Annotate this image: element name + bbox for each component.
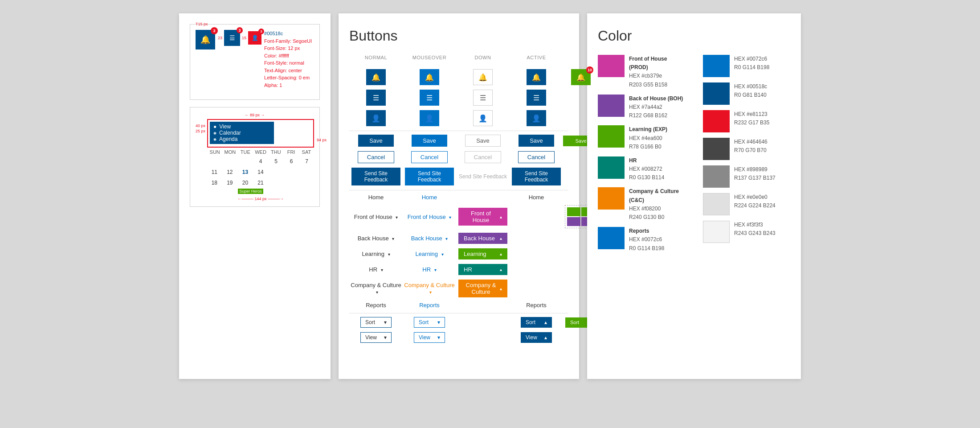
cnc-mouseover-cell: Company & Culture ▾: [403, 282, 456, 295]
bell-active-btn[interactable]: 🔔: [527, 69, 546, 85]
color-info-cnc: Company & Culture (C&C) HEX #f08200 R240…: [629, 187, 685, 222]
color-entry-learning: Learning (EXP) HEX #4ea600 R78 G166 B0: [598, 125, 685, 151]
boh-mouseover-cell: Back House ▾: [403, 235, 456, 242]
cal-dropdown[interactable]: ●View ◉Calendar ◉Agenda: [210, 122, 274, 144]
person-mouseover-cell: 👤: [403, 110, 456, 126]
save-mouseover-btn[interactable]: Save: [412, 135, 447, 147]
view-normal-btn[interactable]: View ▾: [360, 332, 392, 343]
color-swatch-learning: [598, 125, 625, 148]
cancel-active-btn[interactable]: Cancel: [518, 151, 555, 163]
feedback-mouseover-cell: Send Site Feedback: [403, 168, 456, 185]
color-entry-red: HEX #e81123 R232 G17 B35: [703, 110, 790, 132]
cancel-down-btn[interactable]: Cancel: [465, 151, 501, 163]
cancel-mouseover-cell: Cancel: [403, 151, 456, 163]
left-panel: 🔔 3 T15 px 23 ☰ 3 15 👤: [179, 13, 331, 379]
bell-down-btn[interactable]: 🔔: [473, 69, 493, 85]
hr-down-label: HR ▴: [458, 264, 507, 275]
right-panel: Color Front of House (PROD) HEX #cb379e …: [587, 13, 801, 379]
menu-normal-btn[interactable]: ☰: [366, 90, 386, 106]
menu-down-btn[interactable]: ☰: [473, 90, 493, 106]
cal-header: SUNMONTUE WEDTHUFRI SAT: [207, 149, 314, 155]
states-header: NORMAL MOUSEOVER DOWN ACTIVE: [349, 55, 568, 64]
state-active: ACTIVE: [510, 55, 563, 60]
bell-icon-row: 🔔 🔔 🔔 🔔 🔔 10: [349, 69, 568, 85]
color-entry-darkblue: HEX #00518c R0 G81 B140: [703, 82, 790, 105]
person-active-btn[interactable]: 👤: [527, 110, 546, 126]
color-entry-lightgray: HEX #e0e0e0 R224 G224 B224: [703, 193, 790, 215]
reports-row: Reports Reports Reports: [349, 302, 568, 309]
menu-mouseover-btn[interactable]: ☰: [420, 90, 439, 106]
learning-mouseover-cell: Learning ▾: [403, 251, 456, 257]
menu-icon-left: ☰: [229, 34, 235, 41]
color-swatch-hr: [598, 156, 625, 179]
save-normal-btn[interactable]: Save: [358, 135, 394, 147]
feedback-mouseover-btn[interactable]: Send Site Feedback: [405, 168, 454, 185]
home-row: Home Home Home: [349, 194, 568, 201]
icon-row: 🔔 3 T15 px 23 ☰ 3 15 👤: [196, 30, 314, 89]
state-normal: NORMAL: [349, 55, 403, 60]
menu-down-cell: ☰: [456, 90, 510, 106]
sort-normal-btn[interactable]: Sort ▾: [360, 317, 392, 328]
bell-mouseover-cell: 🔔: [403, 69, 456, 85]
person-down-btn[interactable]: 👤: [473, 110, 493, 126]
color-info-midgray: HEX #898989 R137 G137 B137: [734, 165, 776, 182]
color-swatch-darkblue: [703, 82, 730, 105]
cal-agenda-option: ◉Agenda: [213, 136, 270, 142]
feedback-active-btn[interactable]: Send Site Feedback: [512, 168, 561, 185]
color-swatch-red: [703, 110, 730, 132]
person-mouseover-btn[interactable]: 👤: [420, 110, 439, 126]
color-entry-foh: Front of House (PROD) HEX #cb379e R203 G…: [598, 55, 685, 89]
person-icon-left: 👤: [252, 35, 258, 41]
view-active-cell: View ▴: [510, 332, 563, 343]
dim-94px: 94 px: [317, 138, 327, 142]
color-entry-boh: Back of House (BOH) HEX #7a44a2 R122 G68…: [598, 95, 685, 120]
sort-active-btn[interactable]: Sort ▴: [521, 317, 552, 328]
person-normal-btn[interactable]: 👤: [366, 110, 386, 126]
bell-mouseover-btn[interactable]: 🔔: [420, 69, 439, 85]
save-active-btn[interactable]: Save: [519, 135, 554, 147]
color-info-reports: Reports HEX #0072c6 R0 G114 B198: [629, 227, 664, 253]
home-active-cell: Home: [510, 194, 563, 201]
color-swatch-midgray: [703, 165, 730, 188]
feedback-normal-btn[interactable]: Send Site Feedback: [351, 168, 400, 185]
save-down-btn[interactable]: Save: [465, 135, 501, 147]
feedback-row: Send Site Feedback Send Site Feedback Se…: [349, 168, 568, 185]
hr-normal-label: HR ▾: [369, 266, 383, 273]
bell-normal-btn[interactable]: 🔔: [366, 69, 386, 85]
dim-23: 23: [218, 36, 222, 40]
cancel-normal-btn[interactable]: Cancel: [358, 151, 394, 163]
dim-144px: ←——— 144 px ———→: [207, 197, 314, 201]
feedback-active-cell: Send Site Feedback: [510, 168, 563, 185]
cal-main: ●View ◉Calendar ◉Agenda 94 px SUNMO: [207, 119, 314, 201]
bell-down-cell: 🔔: [456, 69, 510, 85]
color-section-right: HEX #0072c6 R0 G114 B198 HEX #00518c R0 …: [703, 55, 790, 253]
color-swatch-foh: [598, 55, 625, 77]
save-mouseover-cell: Save: [403, 135, 456, 147]
sort-mouseover-btn[interactable]: Sort ▾: [414, 317, 445, 328]
color-entry-cnc: Company & Culture (C&C) HEX #f08200 R240…: [598, 187, 685, 222]
learning-mouseover-label: Learning ▾: [415, 251, 443, 257]
view-active-btn[interactable]: View ▴: [521, 332, 552, 343]
feedback-normal-cell: Send Site Feedback: [349, 168, 403, 185]
view-mouseover-cell: View ▾: [403, 332, 456, 343]
color-info-darkgray: HEX #464646 R70 G70 B70: [734, 138, 768, 155]
bell-active-cell: 🔔: [510, 69, 563, 85]
person-normal-cell: 👤: [349, 110, 403, 126]
color-swatch-cnc: [598, 187, 625, 210]
view-mouseover-btn[interactable]: View ▾: [414, 332, 445, 343]
color-swatch-nearwhite: [703, 221, 730, 243]
sep-2: [349, 190, 568, 190]
sort-active-cell: Sort ▴: [510, 317, 563, 328]
foh-down-cell: Front of House ▴: [456, 208, 510, 226]
cancel-mouseover-btn[interactable]: Cancel: [411, 151, 448, 163]
cnc-mouseover-label: Company & Culture ▾: [403, 282, 456, 295]
reports-normal-label: Reports: [366, 302, 386, 309]
foh-row: Front of House ▾ Front of House ▾ Front …: [349, 205, 568, 228]
cal-content: 40 px 25 px ●View ◉Calendar: [196, 119, 314, 201]
learning-down-label: Learning ▴: [458, 248, 507, 259]
color-info-learning: Learning (EXP) HEX #4ea600 R78 G166 B0: [629, 125, 667, 151]
event-label: Super Heros: [238, 189, 263, 194]
person-active-cell: 👤: [510, 110, 563, 126]
menu-active-btn[interactable]: ☰: [527, 90, 546, 106]
menu-icon-row: ☰ ☰ ☰ ☰: [349, 90, 568, 106]
